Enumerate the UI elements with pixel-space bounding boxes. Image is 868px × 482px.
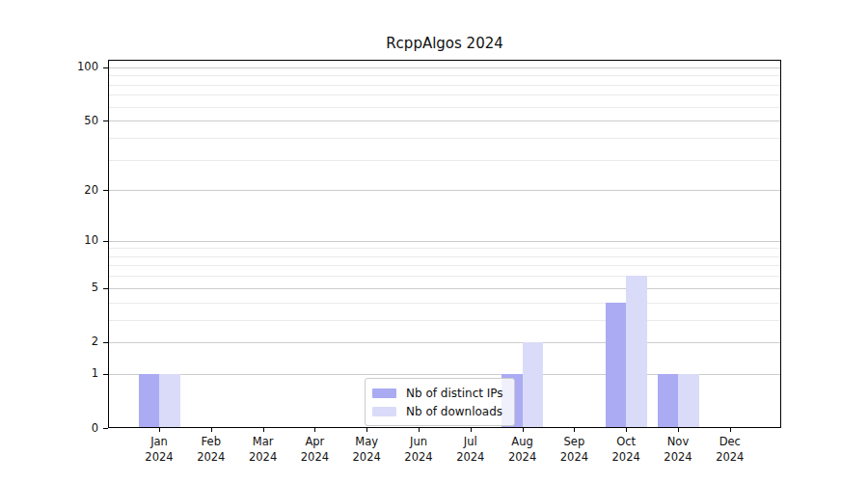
y-axis-tick [103, 190, 108, 191]
x-axis-tick [523, 428, 524, 432]
legend-item-downloads: Nb of downloads [372, 402, 503, 420]
legend-swatch-distinct-ips-icon [372, 388, 396, 398]
y-axis-tick [103, 67, 108, 68]
minor-gridline [108, 248, 781, 249]
major-gridline [108, 190, 781, 191]
minor-gridline [108, 320, 781, 321]
x-axis-tick [263, 428, 264, 432]
legend-item-distinct-ips: Nb of distinct IPs [372, 384, 503, 402]
y-axis-tick [103, 241, 108, 242]
x-axis-tick [678, 428, 679, 432]
major-gridline [108, 67, 781, 68]
minor-gridline [108, 303, 781, 304]
x-axis-tick-label: Dec 2024 [699, 435, 761, 465]
minor-gridline [108, 138, 781, 139]
minor-gridline [108, 256, 781, 257]
major-gridline [108, 288, 781, 289]
minor-gridline [108, 160, 781, 161]
legend-label-downloads: Nb of downloads [406, 405, 502, 418]
x-axis-tick [366, 428, 367, 432]
y-axis-tick-label: 2 [56, 335, 98, 349]
x-axis-tick [159, 428, 160, 432]
bar-downloads-nov [678, 374, 699, 428]
y-axis-tick-label: 100 [56, 60, 98, 74]
y-axis-tick [103, 428, 108, 429]
plot-area: 0125102050100Jan 2024Feb 2024Mar 2024Apr… [108, 60, 781, 428]
bar-downloads-oct [626, 276, 647, 428]
minor-gridline [108, 85, 781, 86]
x-axis-tick [574, 428, 575, 432]
minor-gridline [108, 276, 781, 277]
legend-swatch-downloads-icon [372, 407, 396, 416]
x-axis-tick [419, 428, 420, 432]
y-axis-tick-label: 5 [56, 281, 98, 295]
y-axis-tick-label: 0 [56, 421, 98, 436]
bar-distinct-ips-nov [658, 374, 679, 428]
minor-gridline [108, 94, 781, 95]
y-axis-tick [103, 120, 108, 121]
x-axis-tick [314, 428, 315, 432]
y-axis-tick-label: 10 [56, 233, 98, 248]
bar-distinct-ips-jan [139, 374, 160, 428]
x-axis-tick [471, 428, 472, 432]
legend: Nb of distinct IPs Nb of downloads [365, 378, 515, 426]
bar-distinct-ips-oct [606, 303, 627, 429]
bar-downloads-jan [159, 374, 180, 428]
x-axis-tick [211, 428, 212, 432]
x-axis-tick [626, 428, 627, 432]
major-gridline [108, 120, 781, 121]
y-axis-tick [103, 288, 108, 289]
chart-canvas: { "chart_data": { "type": "bar", "title"… [0, 0, 868, 482]
y-axis-tick-label: 1 [56, 366, 98, 381]
y-axis-tick [103, 374, 108, 375]
minor-gridline [108, 107, 781, 108]
y-axis-tick [103, 342, 108, 343]
x-axis-tick [730, 428, 731, 432]
bar-downloads-aug [523, 342, 544, 428]
axes-frame [108, 60, 781, 428]
minor-gridline [108, 265, 781, 266]
major-gridline [108, 342, 781, 343]
y-axis-tick-label: 20 [56, 183, 98, 198]
chart-title: RcppAlgos 2024 [108, 35, 781, 52]
major-gridline [108, 241, 781, 242]
legend-label-distinct-ips: Nb of distinct IPs [406, 387, 503, 400]
minor-gridline [108, 75, 781, 76]
y-axis-tick-label: 50 [56, 114, 98, 128]
